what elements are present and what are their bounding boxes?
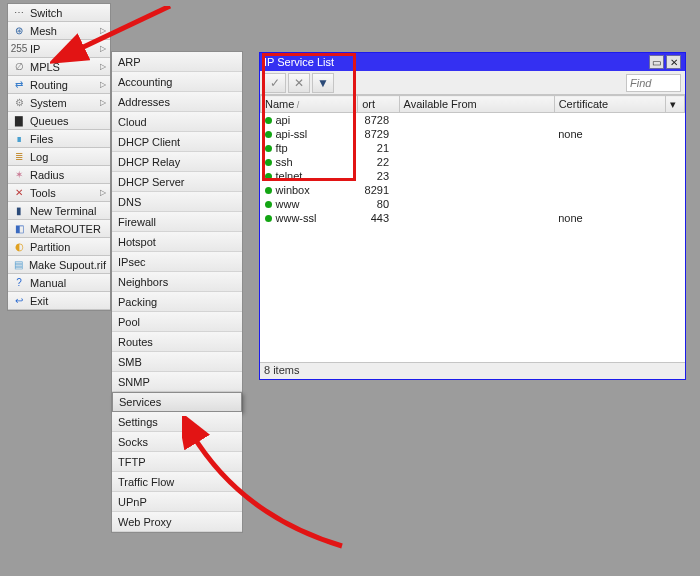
- submenu-item-neighbors[interactable]: Neighbors: [112, 272, 242, 292]
- sidebar-item-manual[interactable]: ?Manual: [8, 274, 110, 292]
- submenu-indicator-icon: ▷: [100, 44, 106, 53]
- sidebar-item-exit[interactable]: ↩Exit: [8, 292, 110, 310]
- submenu-item-accounting[interactable]: Accounting: [112, 72, 242, 92]
- cell-certificate: [554, 183, 666, 197]
- disable-button[interactable]: ✕: [288, 73, 310, 93]
- col-port[interactable]: ort: [358, 96, 399, 113]
- submenu-item-dhcp-client[interactable]: DHCP Client: [112, 132, 242, 152]
- close-button[interactable]: ✕: [666, 55, 681, 69]
- submenu-item-services[interactable]: Services: [112, 392, 242, 412]
- status-bar: 8 items: [260, 362, 685, 379]
- col-available-from[interactable]: Available From: [399, 96, 554, 113]
- submenu-item-packing[interactable]: Packing: [112, 292, 242, 312]
- service-row[interactable]: www80: [261, 197, 685, 211]
- cell-certificate: [554, 155, 666, 169]
- sidebar-item-log[interactable]: ≣Log: [8, 148, 110, 166]
- cell-name: www-ssl: [261, 211, 358, 225]
- sidebar-item-label: Switch: [30, 7, 106, 19]
- sidebar-item-radius[interactable]: ✶Radius: [8, 166, 110, 184]
- submenu-item-addresses[interactable]: Addresses: [112, 92, 242, 112]
- service-row[interactable]: telnet23: [261, 169, 685, 183]
- status-dot-icon: [265, 145, 272, 152]
- sidebar-item-label: New Terminal: [30, 205, 106, 217]
- cell-available-from: [399, 141, 554, 155]
- submenu-item-hotspot[interactable]: Hotspot: [112, 232, 242, 252]
- cell-port: 8728: [358, 113, 399, 127]
- sidebar-icon: ▇: [12, 114, 26, 128]
- sidebar: ⋯Switch⊛Mesh▷255IP▷∅MPLS▷⇄Routing▷⚙Syste…: [7, 3, 111, 311]
- sidebar-item-label: Make Supout.rif: [29, 259, 106, 271]
- window-title: IP Service List: [264, 56, 647, 68]
- submenu-item-traffic-flow[interactable]: Traffic Flow: [112, 472, 242, 492]
- service-row[interactable]: ssh22: [261, 155, 685, 169]
- col-certificate[interactable]: Certificate: [554, 96, 666, 113]
- sidebar-item-new-terminal[interactable]: ▮New Terminal: [8, 202, 110, 220]
- sidebar-item-label: MetaROUTER: [30, 223, 106, 235]
- sidebar-item-system[interactable]: ⚙System▷: [8, 94, 110, 112]
- sidebar-item-mpls[interactable]: ∅MPLS▷: [8, 58, 110, 76]
- sidebar-item-switch[interactable]: ⋯Switch: [8, 4, 110, 22]
- submenu-item-dns[interactable]: DNS: [112, 192, 242, 212]
- submenu-item-socks[interactable]: Socks: [112, 432, 242, 452]
- cell-port: 8729: [358, 127, 399, 141]
- status-dot-icon: [265, 201, 272, 208]
- submenu-item-snmp[interactable]: SNMP: [112, 372, 242, 392]
- cell-name: ssh: [261, 155, 358, 169]
- submenu-item-web-proxy[interactable]: Web Proxy: [112, 512, 242, 532]
- cell-name: www: [261, 197, 358, 211]
- sidebar-item-tools[interactable]: ✕Tools▷: [8, 184, 110, 202]
- sidebar-item-mesh[interactable]: ⊛Mesh▷: [8, 22, 110, 40]
- col-name[interactable]: Name: [261, 96, 358, 113]
- cell-certificate: [554, 197, 666, 211]
- cell-port: 8291: [358, 183, 399, 197]
- submenu-item-firewall[interactable]: Firewall: [112, 212, 242, 232]
- ip-service-list-window: IP Service List ▭ ✕ ✓ ✕ ▼ Name ort Avail…: [259, 52, 686, 380]
- minimize-button[interactable]: ▭: [649, 55, 664, 69]
- submenu-item-smb[interactable]: SMB: [112, 352, 242, 372]
- sidebar-item-metarouter[interactable]: ◧MetaROUTER: [8, 220, 110, 238]
- find-input[interactable]: [626, 74, 681, 92]
- sidebar-item-label: IP: [30, 43, 98, 55]
- service-row[interactable]: ftp21: [261, 141, 685, 155]
- sidebar-item-partition[interactable]: ◐Partition: [8, 238, 110, 256]
- sidebar-item-label: System: [30, 97, 98, 109]
- submenu-indicator-icon: ▷: [100, 62, 106, 71]
- submenu-item-tftp[interactable]: TFTP: [112, 452, 242, 472]
- service-row[interactable]: api-ssl8729none: [261, 127, 685, 141]
- submenu-item-arp[interactable]: ARP: [112, 52, 242, 72]
- submenu-item-routes[interactable]: Routes: [112, 332, 242, 352]
- sidebar-item-label: Manual: [30, 277, 106, 289]
- submenu-indicator-icon: ▷: [100, 188, 106, 197]
- status-dot-icon: [265, 117, 272, 124]
- submenu-item-ipsec[interactable]: IPsec: [112, 252, 242, 272]
- sidebar-item-queues[interactable]: ▇Queues: [8, 112, 110, 130]
- sidebar-item-label: Exit: [30, 295, 106, 307]
- enable-button[interactable]: ✓: [264, 73, 286, 93]
- service-row[interactable]: api8728: [261, 113, 685, 127]
- submenu-item-settings[interactable]: Settings: [112, 412, 242, 432]
- service-row[interactable]: www-ssl443none: [261, 211, 685, 225]
- col-menu[interactable]: ▾: [666, 96, 685, 113]
- sidebar-icon: ∅: [12, 60, 26, 74]
- sidebar-item-routing[interactable]: ⇄Routing▷: [8, 76, 110, 94]
- cell-available-from: [399, 169, 554, 183]
- submenu-item-dhcp-server[interactable]: DHCP Server: [112, 172, 242, 192]
- sidebar-item-files[interactable]: ∎Files: [8, 130, 110, 148]
- window-titlebar: IP Service List ▭ ✕: [260, 53, 685, 71]
- service-row[interactable]: winbox8291: [261, 183, 685, 197]
- submenu-item-dhcp-relay[interactable]: DHCP Relay: [112, 152, 242, 172]
- sidebar-icon: ▮: [12, 204, 26, 218]
- cell-port: 443: [358, 211, 399, 225]
- submenu-item-cloud[interactable]: Cloud: [112, 112, 242, 132]
- service-table: Name ort Available From Certificate ▾ ap…: [260, 95, 685, 225]
- sidebar-icon: ∎: [12, 132, 26, 146]
- cell-certificate: none: [554, 211, 666, 225]
- filter-button[interactable]: ▼: [312, 73, 334, 93]
- submenu-item-upnp[interactable]: UPnP: [112, 492, 242, 512]
- sidebar-item-ip[interactable]: 255IP▷: [8, 40, 110, 58]
- sidebar-icon: ✕: [12, 186, 26, 200]
- sidebar-icon: ◧: [12, 222, 26, 236]
- sidebar-item-make-supout-rif[interactable]: ▤Make Supout.rif: [8, 256, 110, 274]
- cell-available-from: [399, 127, 554, 141]
- submenu-item-pool[interactable]: Pool: [112, 312, 242, 332]
